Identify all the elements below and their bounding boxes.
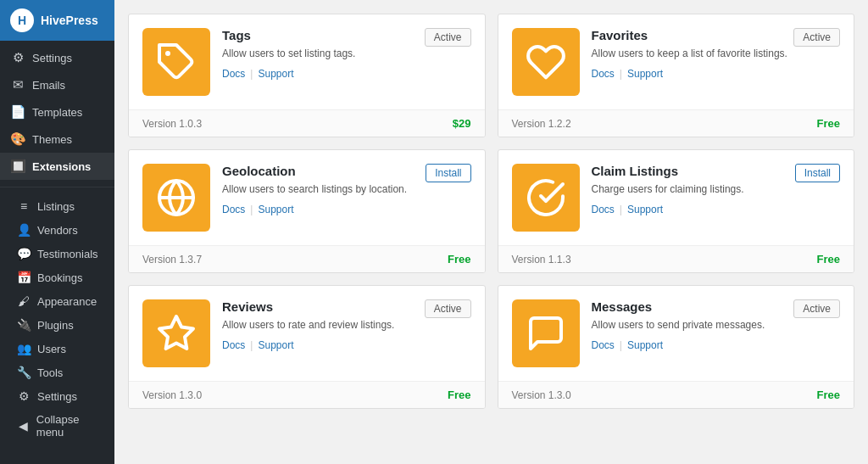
brand-label: HivePress: [41, 14, 98, 27]
install-button[interactable]: Install: [426, 164, 470, 182]
link-separator: |: [620, 68, 622, 80]
emails-icon: ✉: [10, 77, 25, 92]
extension-description: Allow users to rate and review listings.: [222, 318, 471, 333]
extension-version: Version 1.3.0: [142, 389, 202, 401]
svg-marker-3: [159, 316, 193, 349]
appearance-icon: 🖌: [17, 294, 31, 308]
sidebar-item-label: Plugins: [37, 319, 74, 332]
extension-icon-favorites: [512, 28, 580, 96]
extension-icon-geolocation: [142, 164, 210, 232]
card-footer: Version 1.3.0 Free: [498, 381, 854, 408]
extension-description: Charge users for claiming listings.: [592, 182, 841, 197]
extension-price: Free: [817, 389, 840, 401]
extension-links: Docs | Support: [222, 68, 471, 80]
sidebar-item-label: Vendors: [37, 224, 78, 237]
extension-price: Free: [448, 389, 470, 401]
extension-price: Free: [817, 253, 840, 266]
docs-link[interactable]: Docs: [592, 204, 615, 215]
sidebar-item-settings[interactable]: ⚙ Settings: [0, 44, 114, 71]
support-link[interactable]: Support: [627, 339, 663, 351]
extension-card-favorites: Favorites Active Allow users to keep a l…: [498, 14, 855, 137]
extension-links: Docs | Support: [222, 339, 471, 351]
docs-link[interactable]: Docs: [592, 339, 615, 351]
extensions-icon: 🔲: [10, 159, 25, 174]
support-link[interactable]: Support: [258, 339, 293, 351]
link-separator: |: [620, 204, 622, 215]
sidebar-item-collapse[interactable]: ◀ Collapse menu: [0, 408, 114, 444]
sidebar-brand[interactable]: H HivePress: [0, 0, 114, 41]
support-link[interactable]: Support: [258, 68, 293, 80]
sidebar-item-users[interactable]: 👥 Users: [0, 337, 114, 361]
docs-link[interactable]: Docs: [222, 339, 245, 351]
link-separator: |: [250, 339, 253, 351]
sidebar-item-emails[interactable]: ✉ Emails: [0, 71, 114, 98]
card-body: Tags Active Allow users to set listing t…: [222, 28, 471, 80]
docs-link[interactable]: Docs: [222, 68, 245, 80]
support-link[interactable]: Support: [627, 68, 663, 80]
sidebar-menu-section: ≡ Listings 👤 Vendors 💬 Testimonials 📅 Bo…: [0, 191, 114, 447]
extension-description: Allow users to keep a list of favorite l…: [592, 47, 841, 61]
extension-icon-reviews: [142, 299, 210, 367]
sidebar-item-label: Extensions: [32, 160, 91, 173]
sidebar-item-extensions[interactable]: 🔲 Extensions: [0, 153, 114, 180]
support-link[interactable]: Support: [627, 204, 663, 215]
card-footer: Version 1.3.0 Free: [129, 381, 485, 408]
testimonials-icon: 💬: [17, 247, 31, 260]
sidebar-item-bookings[interactable]: 📅 Bookings: [0, 266, 114, 289]
card-footer: Version 1.0.3 $29: [129, 109, 485, 137]
bookings-icon: 📅: [17, 271, 31, 284]
sidebar-item-label: Settings: [32, 52, 72, 64]
templates-icon: 📄: [10, 104, 25, 120]
card-body: Reviews Active Allow users to rate and r…: [222, 299, 471, 351]
docs-link[interactable]: Docs: [592, 68, 615, 80]
sidebar-item-tools[interactable]: 🔧 Tools: [0, 361, 114, 384]
card-body: Favorites Active Allow users to keep a l…: [592, 28, 841, 80]
sidebar-item-settings2[interactable]: ⚙ Settings: [0, 384, 114, 408]
sidebar-item-templates[interactable]: 📄 Templates: [0, 98, 114, 126]
card-footer: Version 1.2.2 Free: [498, 109, 854, 137]
sidebar-item-testimonials[interactable]: 💬 Testimonials: [0, 242, 114, 266]
extension-version: Version 1.0.3: [142, 118, 202, 130]
extension-version: Version 1.3.7: [142, 254, 202, 266]
users-icon: 👥: [17, 342, 31, 355]
sidebar-item-label: Bookings: [37, 271, 82, 284]
extension-price: Free: [448, 253, 470, 266]
active-button: Active: [793, 299, 840, 318]
link-separator: |: [620, 339, 622, 351]
card-header: Claim Listings Install: [592, 164, 841, 182]
sidebar-item-listings[interactable]: ≡ Listings: [0, 194, 114, 218]
sidebar-item-appearance[interactable]: 🖌 Appearance: [0, 289, 114, 313]
sidebar-top-section: ⚙ Settings ✉ Emails 📄 Templates 🎨 Themes…: [0, 41, 114, 183]
sidebar-item-label: Listings: [37, 200, 75, 213]
main-content: Tags Active Allow users to set listing t…: [114, 0, 868, 464]
extension-links: Docs | Support: [592, 204, 841, 215]
extension-description: Allow users to send private messages.: [592, 318, 841, 333]
sidebar-item-plugins[interactable]: 🔌 Plugins: [0, 313, 114, 337]
card-top: Favorites Active Allow users to keep a l…: [498, 14, 854, 109]
vendors-icon: 👤: [17, 223, 31, 237]
extension-card-geolocation: Geolocation Install Allow users to searc…: [128, 149, 486, 273]
extension-version: Version 1.3.0: [512, 389, 571, 401]
card-top: Messages Active Allow users to send priv…: [498, 286, 854, 381]
extension-description: Allow users to set listing tags.: [222, 47, 471, 61]
install-button[interactable]: Install: [795, 164, 840, 182]
support-link[interactable]: Support: [258, 204, 293, 215]
sidebar-item-label: Testimonials: [37, 248, 98, 260]
extension-price: Free: [817, 117, 840, 130]
card-body: Messages Active Allow users to send priv…: [592, 299, 841, 351]
themes-icon: 🎨: [10, 131, 25, 147]
sidebar-item-themes[interactable]: 🎨 Themes: [0, 126, 114, 153]
listings-icon: ≡: [17, 199, 31, 213]
card-top: Claim Listings Install Charge users for …: [498, 150, 854, 245]
active-button: Active: [425, 299, 471, 318]
extension-links: Docs | Support: [222, 204, 471, 215]
sidebar-item-vendors[interactable]: 👤 Vendors: [0, 218, 114, 242]
extensions-grid: Tags Active Allow users to set listing t…: [128, 14, 854, 409]
extension-card-claim-listings: Claim Listings Install Charge users for …: [498, 149, 855, 273]
sidebar-item-label: Emails: [32, 79, 65, 92]
sidebar-item-label: Settings: [37, 390, 77, 403]
extension-icon-claim-listings: [512, 164, 580, 232]
extension-links: Docs | Support: [592, 68, 841, 80]
docs-link[interactable]: Docs: [222, 204, 245, 215]
extension-links: Docs | Support: [592, 339, 841, 351]
